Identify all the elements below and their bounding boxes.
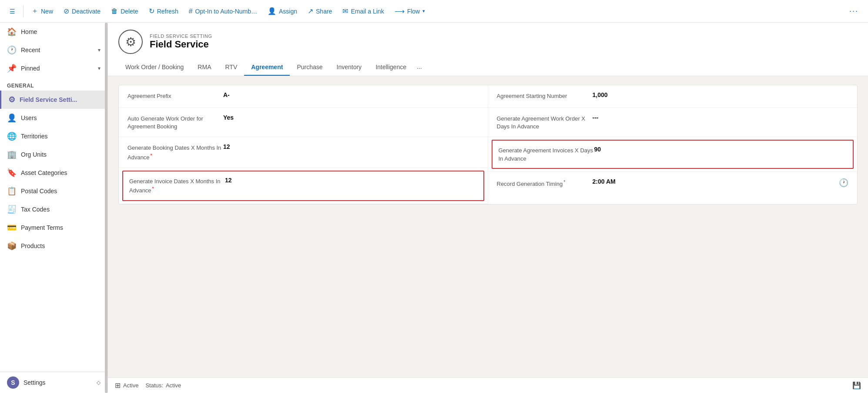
more-button[interactable]: ··· bbox=[845, 4, 863, 18]
menu-icon: ☰ bbox=[10, 8, 15, 15]
sidebar-org-units-label: Org Units bbox=[21, 151, 47, 158]
deactivate-label: Deactivate bbox=[72, 8, 101, 15]
field-row-generate-booking-dates: Generate Booking Dates X Months In Advan… bbox=[119, 137, 488, 168]
field-row-generate-invoice-dates: Generate Invoice Dates X Months In Advan… bbox=[122, 171, 484, 201]
share-button[interactable]: ↗ Share bbox=[303, 4, 336, 18]
sidebar-scrollbar[interactable] bbox=[105, 23, 107, 393]
assign-icon: 👤 bbox=[268, 7, 276, 15]
refresh-icon: ↻ bbox=[149, 7, 154, 15]
email-link-button[interactable]: ✉ Email a Link bbox=[338, 4, 388, 18]
field-row-auto-generate: Auto Generate Work Order for Agreement B… bbox=[119, 108, 488, 137]
sidebar-item-settings[interactable]: S Settings ◇ bbox=[0, 372, 107, 393]
refresh-button[interactable]: ↻ Refresh bbox=[144, 4, 183, 18]
field-service-settings-icon: ⚙ bbox=[8, 95, 15, 104]
deactivate-button[interactable]: ⊘ Deactivate bbox=[59, 4, 105, 18]
sidebar: 🏠 Home 🕐 Recent ▾ 📌 Pinned ▾ General ⚙ F… bbox=[0, 23, 108, 393]
users-icon: 👤 bbox=[7, 113, 17, 123]
territories-icon: 🌐 bbox=[7, 131, 17, 141]
delete-label: Delete bbox=[121, 8, 138, 15]
refresh-label: Refresh bbox=[157, 8, 178, 15]
status-item-status: Status: Active bbox=[145, 382, 181, 389]
sidebar-item-recent[interactable]: 🕐 Recent ▾ bbox=[0, 41, 107, 59]
tab-intelligence[interactable]: Intelligence bbox=[369, 59, 413, 76]
content-area: ⚙ FIELD SERVICE SETTING Field Service Wo… bbox=[108, 23, 868, 393]
sidebar-item-payment-terms[interactable]: 💳 Payment Terms bbox=[0, 218, 107, 237]
share-icon: ↗ bbox=[308, 7, 313, 15]
tab-more[interactable]: ··· bbox=[413, 60, 426, 76]
sidebar-item-home[interactable]: 🏠 Home bbox=[0, 23, 107, 41]
flow-chevron-icon: ▾ bbox=[422, 8, 425, 14]
status-label: Active bbox=[123, 382, 138, 389]
products-icon: 📦 bbox=[7, 241, 17, 251]
pinned-chevron-icon: ▾ bbox=[98, 65, 101, 71]
field-label-generate-agreement-invoices: Generate Agreement Invoices X Days In Ad… bbox=[499, 146, 594, 162]
sidebar-item-postal-codes[interactable]: 📋 Postal Codes bbox=[0, 182, 107, 200]
status-value: Active bbox=[166, 382, 181, 389]
field-row-generate-invoice-dates-wrapper: Generate Invoice Dates X Months In Advan… bbox=[119, 168, 488, 204]
page-header-text: FIELD SERVICE SETTING Field Service bbox=[150, 34, 212, 50]
sidebar-field-service-settings-label: Field Service Setti... bbox=[20, 96, 77, 103]
form-section: Agreement Prefix A- Auto Generate Work O… bbox=[119, 85, 857, 204]
postal-codes-icon: 📋 bbox=[7, 186, 17, 196]
field-row-record-generation-timing: Record Generation Timing* 2:00 AM 🕐 bbox=[488, 172, 858, 195]
sidebar-item-pinned[interactable]: 📌 Pinned ▾ bbox=[0, 59, 107, 77]
form-section-right: Agreement Starting Number 1,000 Generate… bbox=[488, 85, 858, 204]
req-star-invoice: * bbox=[152, 186, 154, 191]
status-text-label: Status: bbox=[145, 382, 163, 389]
flow-button[interactable]: ⟶ Flow ▾ bbox=[390, 4, 430, 18]
menu-button[interactable]: ☰ bbox=[5, 5, 20, 17]
req-star: * bbox=[151, 153, 152, 158]
field-row-agreement-starting-number: Agreement Starting Number 1,000 bbox=[488, 85, 858, 108]
sidebar-item-products[interactable]: 📦 Products bbox=[0, 237, 107, 255]
opt-in-label: Opt-In to Auto-Numb… bbox=[195, 8, 257, 15]
assign-label: Assign bbox=[279, 8, 297, 15]
opt-in-icon: # bbox=[189, 7, 193, 15]
tab-agreement[interactable]: Agreement bbox=[244, 59, 290, 76]
form-card: Agreement Prefix A- Auto Generate Work O… bbox=[118, 85, 858, 205]
settings-avatar: S bbox=[7, 376, 19, 389]
new-icon: ＋ bbox=[31, 7, 38, 16]
sidebar-pinned-label: Pinned bbox=[21, 65, 40, 72]
field-value-generate-invoice-dates: 12 bbox=[225, 177, 477, 184]
email-link-label: Email a Link bbox=[351, 8, 384, 15]
sidebar-item-asset-categories[interactable]: 🔖 Asset Categories bbox=[0, 164, 107, 182]
assign-button[interactable]: 👤 Assign bbox=[263, 4, 302, 18]
field-label-generate-agreement-work-order: Generate Agreement Work Order X Days In … bbox=[497, 114, 593, 131]
sidebar-asset-categories-label: Asset Categories bbox=[21, 169, 67, 176]
tab-rtv[interactable]: RTV bbox=[218, 59, 244, 76]
tab-rma[interactable]: RMA bbox=[191, 59, 218, 76]
clock-icon[interactable]: 🕐 bbox=[839, 178, 848, 188]
field-row-generate-agreement-invoices-wrapper: Generate Agreement Invoices X Days In Ad… bbox=[488, 137, 858, 171]
payment-terms-icon: 💳 bbox=[7, 223, 17, 232]
flow-icon: ⟶ bbox=[395, 7, 405, 15]
field-row-generate-agreement-invoices: Generate Agreement Invoices X Days In Ad… bbox=[492, 140, 854, 168]
field-value-generate-agreement-invoices: 90 bbox=[594, 146, 847, 153]
sidebar-item-tax-codes[interactable]: 🧾 Tax Codes bbox=[0, 200, 107, 218]
new-button[interactable]: ＋ New bbox=[27, 4, 57, 18]
field-label-agreement-starting-number: Agreement Starting Number bbox=[497, 91, 593, 100]
tabs: Work Order / Booking RMA RTV Agreement P… bbox=[118, 59, 858, 76]
field-value-agreement-starting-number: 1,000 bbox=[593, 91, 849, 98]
flow-label: Flow bbox=[407, 8, 420, 15]
opt-in-button[interactable]: # Opt-In to Auto-Numb… bbox=[184, 5, 261, 18]
org-units-icon: 🏢 bbox=[7, 150, 17, 159]
settings-chevron-icon: ◇ bbox=[97, 380, 101, 386]
email-icon: ✉ bbox=[342, 7, 348, 15]
field-value-agreement-prefix: A- bbox=[223, 91, 479, 98]
sidebar-item-org-units[interactable]: 🏢 Org Units bbox=[0, 145, 107, 164]
sidebar-home-label: Home bbox=[21, 28, 37, 35]
field-row-agreement-prefix: Agreement Prefix A- bbox=[119, 85, 488, 108]
toolbar: ☰ ＋ New ⊘ Deactivate 🗑 Delete ↻ Refresh … bbox=[0, 0, 868, 23]
sidebar-item-territories[interactable]: 🌐 Territories bbox=[0, 127, 107, 145]
tab-work-order[interactable]: Work Order / Booking bbox=[118, 59, 191, 76]
sidebar-item-users[interactable]: 👤 Users bbox=[0, 109, 107, 127]
page-header: ⚙ FIELD SERVICE SETTING Field Service Wo… bbox=[108, 23, 868, 76]
sidebar-payment-terms-label: Payment Terms bbox=[21, 224, 63, 231]
form-content: Agreement Prefix A- Auto Generate Work O… bbox=[108, 76, 868, 377]
sidebar-item-field-service-settings[interactable]: ⚙ Field Service Setti... bbox=[0, 91, 107, 109]
asset-categories-icon: 🔖 bbox=[7, 168, 17, 178]
tab-purchase[interactable]: Purchase bbox=[290, 59, 329, 76]
tab-inventory[interactable]: Inventory bbox=[330, 59, 369, 76]
field-row-generate-agreement-work-order: Generate Agreement Work Order X Days In … bbox=[488, 108, 858, 137]
delete-button[interactable]: 🗑 Delete bbox=[107, 5, 142, 18]
